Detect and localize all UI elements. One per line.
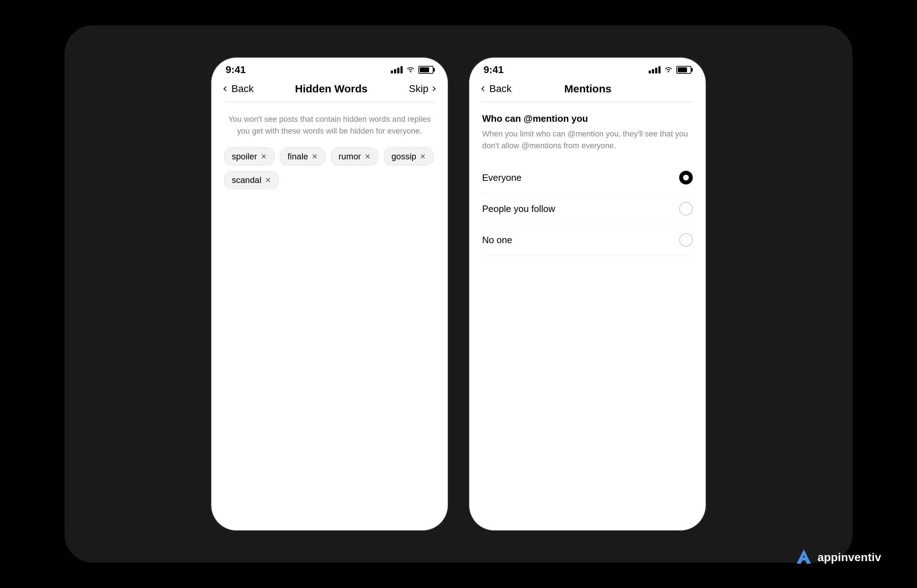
logo-container: appinventiv <box>794 548 881 567</box>
outer-container: 9:41 Back Hidden Words <box>65 26 852 562</box>
phone-left: 9:41 Back Hidden Words <box>211 58 448 530</box>
option-everyone-label: Everyone <box>482 172 522 183</box>
status-icons-left <box>391 66 433 74</box>
hidden-words-description: You won't see posts that contain hidden … <box>224 113 435 137</box>
skip-chevron <box>430 86 435 91</box>
option-everyone[interactable]: Everyone <box>482 162 693 193</box>
skip-button[interactable]: Skip <box>409 83 435 95</box>
nav-title-left: Hidden Words <box>295 83 368 95</box>
wifi-icon-right <box>664 66 673 74</box>
mentions-content: Who can @mention you When you limit who … <box>469 102 706 530</box>
back-label-right: Back <box>489 83 511 95</box>
nav-title-right: Mentions <box>564 83 611 95</box>
signal-icon-right <box>649 66 660 73</box>
tag-label-gossip: gossip <box>391 152 416 162</box>
tags-container: spoiler ✕ finale ✕ rumor ✕ gossip ✕ scan… <box>224 147 435 189</box>
tag-remove-rumor[interactable]: ✕ <box>365 152 371 161</box>
option-people-you-follow[interactable]: People you follow <box>482 193 693 225</box>
tag-label-scandal: scandal <box>232 175 262 185</box>
tag-spoiler[interactable]: spoiler ✕ <box>224 147 274 165</box>
content-left: You won't see posts that contain hidden … <box>211 102 448 530</box>
tag-label-finale: finale <box>288 152 308 162</box>
battery-icon-left <box>418 66 433 74</box>
option-people-you-follow-label: People you follow <box>482 204 555 215</box>
tag-remove-gossip[interactable]: ✕ <box>420 152 426 161</box>
appinventiv-logo-icon <box>794 548 813 567</box>
nav-bar-right: Back Mentions <box>469 79 706 102</box>
battery-icon-right <box>676 66 691 74</box>
status-icons-right <box>649 66 691 74</box>
back-button-right[interactable]: Back <box>482 83 511 95</box>
phone-right: 9:41 Back Mentions <box>469 58 706 530</box>
status-time-left: 9:41 <box>226 64 246 76</box>
back-chevron-left <box>223 86 228 91</box>
radio-people-you-follow[interactable] <box>679 202 693 216</box>
mentions-section-desc: When you limit who can @mention you, the… <box>482 128 693 152</box>
tag-finale[interactable]: finale ✕ <box>280 147 325 165</box>
back-button-left[interactable]: Back <box>224 83 254 95</box>
option-no-one[interactable]: No one <box>482 225 693 256</box>
tag-label-rumor: rumor <box>338 152 361 162</box>
status-bar-left: 9:41 <box>211 58 448 79</box>
back-chevron-right <box>482 86 487 91</box>
wifi-icon-left <box>406 66 415 74</box>
tag-remove-finale[interactable]: ✕ <box>312 152 318 161</box>
status-bar-right: 9:41 <box>469 58 706 79</box>
tag-label-spoiler: spoiler <box>232 152 257 162</box>
radio-no-one[interactable] <box>679 233 693 247</box>
mentions-section-title: Who can @mention you <box>482 113 693 124</box>
tag-rumor[interactable]: rumor ✕ <box>331 147 378 165</box>
tag-scandal[interactable]: scandal ✕ <box>224 171 279 189</box>
tag-remove-scandal[interactable]: ✕ <box>265 176 271 184</box>
status-time-right: 9:41 <box>484 64 504 76</box>
option-no-one-label: No one <box>482 234 512 246</box>
skip-label: Skip <box>409 83 429 95</box>
tag-gossip[interactable]: gossip ✕ <box>384 147 433 165</box>
nav-bar-left: Back Hidden Words Skip <box>211 79 448 102</box>
signal-icon-left <box>391 66 403 73</box>
back-label-left: Back <box>231 83 254 95</box>
appinventiv-logo-text: appinventiv <box>817 551 881 564</box>
radio-everyone[interactable] <box>679 171 693 184</box>
tag-remove-spoiler[interactable]: ✕ <box>261 152 267 161</box>
